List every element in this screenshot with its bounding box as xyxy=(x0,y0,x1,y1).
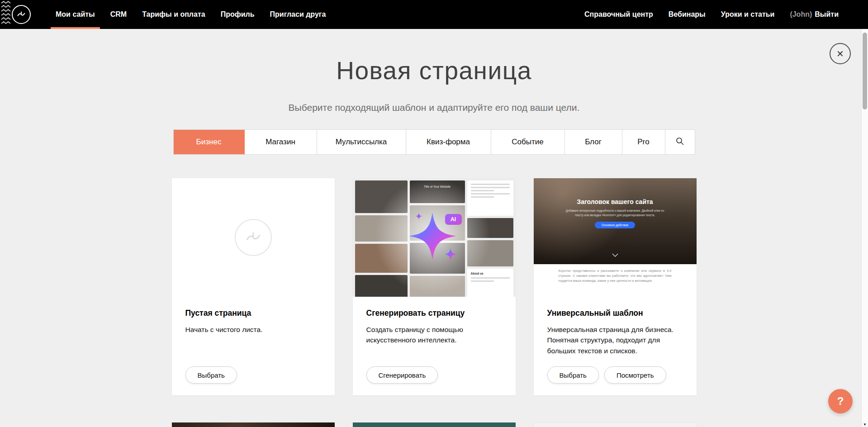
template-hero-cta: Основное действие xyxy=(595,222,636,228)
logout-label: Выйти xyxy=(815,10,839,19)
preview-universal-button[interactable]: Посмотреть xyxy=(604,366,666,384)
primary-nav: Мои сайты CRM Тарифы и оплата Профиль Пр… xyxy=(48,0,333,29)
help-button[interactable]: ? xyxy=(828,389,853,413)
nav-tariffs[interactable]: Тарифы и оплата xyxy=(134,0,213,29)
zigzag-decoration-icon xyxy=(1,0,11,29)
nav-help-center[interactable]: Справочный центр xyxy=(577,0,661,29)
template-hero-subtext: Добавьте интересные подробности о вашей … xyxy=(564,209,667,218)
tab-shop[interactable]: Магазин xyxy=(245,130,317,154)
blank-card-preview xyxy=(172,178,335,297)
generate-page-button[interactable]: Сгенерировать xyxy=(366,366,438,384)
card-title: Универсальный шаблон xyxy=(547,308,683,318)
page-title: Новая страница xyxy=(0,56,868,85)
scrollbar[interactable]: ▼ xyxy=(861,29,868,427)
nav-invite-friend[interactable]: Пригласи друга xyxy=(262,0,334,29)
user-name: (John) xyxy=(790,10,812,19)
tab-event[interactable]: Событие xyxy=(491,130,565,154)
template-card-universal: Заголовок вашего сайта Добавьте интересн… xyxy=(534,178,697,395)
top-nav-bar: Мои сайты CRM Тарифы и оплата Профиль Пр… xyxy=(0,0,868,29)
select-universal-button[interactable]: Выбрать xyxy=(547,366,599,384)
tab-pro[interactable]: Pro xyxy=(622,130,665,154)
nav-profile[interactable]: Профиль xyxy=(213,0,262,29)
tab-blog[interactable]: Блог xyxy=(565,130,622,154)
card-title: Пустая страница xyxy=(185,308,321,318)
universal-card-preview: Заголовок вашего сайта Добавьте интересн… xyxy=(534,178,697,297)
template-card-partial[interactable] xyxy=(353,422,516,427)
nav-my-sites[interactable]: Мои сайты xyxy=(48,0,103,29)
select-blank-button[interactable]: Выбрать xyxy=(185,366,237,384)
card-title: Сгенерировать страницу xyxy=(366,308,502,318)
template-card-ai: Title of Your Website About us xyxy=(353,178,516,395)
template-card-partial[interactable] xyxy=(172,422,335,427)
card-description: Создать страницу с помощью искусственног… xyxy=(366,324,502,346)
nav-crm[interactable]: CRM xyxy=(103,0,134,29)
nav-lessons[interactable]: Уроки и статьи xyxy=(713,0,783,29)
template-card-row-partial xyxy=(172,422,697,427)
template-card-partial[interactable] xyxy=(534,422,697,427)
chevron-down-icon xyxy=(612,251,618,259)
search-icon xyxy=(675,137,684,148)
tab-quiz[interactable]: Квиз-форма xyxy=(406,130,491,154)
tab-business[interactable]: Бизнес xyxy=(174,130,245,154)
secondary-nav: Справочный центр Вебинары Уроки и статьи… xyxy=(577,0,846,29)
template-card-grid: Пустая страница Начать с чистого листа. … xyxy=(172,178,697,395)
page-subtitle: Выберите подходящий шаблон и адаптируйте… xyxy=(0,102,868,113)
nav-logout[interactable]: (John) Выйти xyxy=(782,0,846,29)
template-card-blank: Пустая страница Начать с чистого листа. … xyxy=(172,178,335,395)
template-category-tabs: Бизнес Магазин Мультиссылка Квиз-форма С… xyxy=(173,129,695,155)
template-body-text: Коротко представьтесь и расскажите о ком… xyxy=(559,269,672,284)
ai-card-preview: Title of Your Website About us xyxy=(353,178,516,297)
card-description: Начать с чистого листа. xyxy=(185,324,321,335)
tilda-logo[interactable] xyxy=(12,5,31,24)
nav-webinars[interactable]: Вебинары xyxy=(661,0,713,29)
template-hero-heading: Заголовок вашего сайта xyxy=(534,178,697,205)
scrollbar-thumb[interactable] xyxy=(863,33,867,109)
ai-sparkle-icon xyxy=(353,178,516,297)
scroll-down-arrow-icon[interactable]: ▼ xyxy=(862,422,868,427)
template-hero-preview: Заголовок вашего сайта Добавьте интересн… xyxy=(534,178,697,264)
ai-badge: AI xyxy=(445,214,462,225)
card-description: Универсальная страница для бизнеса. Поня… xyxy=(547,324,683,356)
template-body-preview: Коротко представьтесь и расскажите о ком… xyxy=(534,269,697,297)
tab-multilink[interactable]: Мультиссылка xyxy=(317,130,406,154)
tab-search[interactable] xyxy=(665,130,695,154)
tilda-watermark-icon xyxy=(235,219,272,256)
